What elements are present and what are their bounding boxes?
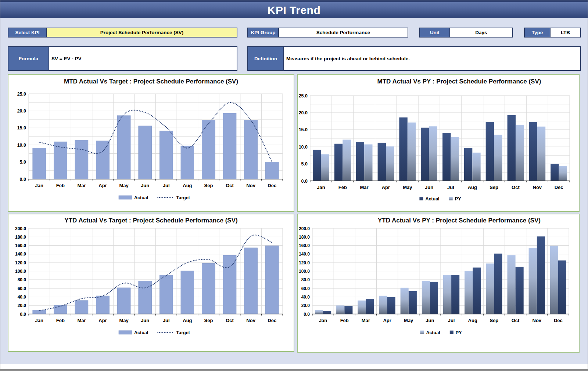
svg-text:Sep: Sep bbox=[204, 318, 213, 323]
kpi-trend-page: KPI Trend Select KPI Project Schedule Pe… bbox=[0, 0, 588, 371]
svg-text:Aug: Aug bbox=[183, 318, 192, 323]
chart-title-ytd-py: YTD Actual Vs PY : Project Schedule Perf… bbox=[319, 214, 588, 227]
legend: ActualPY bbox=[419, 196, 461, 201]
svg-text:80.0: 80.0 bbox=[18, 277, 26, 282]
svg-text:Aug: Aug bbox=[468, 185, 477, 190]
svg-text:40.0: 40.0 bbox=[18, 295, 26, 300]
svg-text:Mar: Mar bbox=[362, 318, 370, 323]
svg-text:May: May bbox=[403, 185, 412, 190]
chart-canvas-mtd-py: 0.05.010.015.020.025.0JanFebMarAprMayJun… bbox=[298, 89, 579, 211]
svg-text:Jun: Jun bbox=[426, 318, 434, 323]
svg-text:200.0: 200.0 bbox=[15, 227, 26, 231]
svg-text:0.0: 0.0 bbox=[301, 179, 308, 184]
svg-text:20.0: 20.0 bbox=[18, 303, 26, 308]
svg-text:Mar: Mar bbox=[360, 185, 369, 190]
unit-control: Unit Days bbox=[419, 28, 513, 38]
svg-text:10.0: 10.0 bbox=[299, 145, 308, 150]
svg-text:Mar: Mar bbox=[77, 318, 86, 323]
chart-title-mtd-target: MTD Actual Vs Target : Project Schedule … bbox=[8, 75, 294, 89]
footer-strip bbox=[0, 364, 588, 369]
svg-text:Apr: Apr bbox=[98, 183, 107, 188]
svg-text:0.0: 0.0 bbox=[20, 177, 26, 182]
svg-text:25.0: 25.0 bbox=[299, 93, 308, 99]
svg-text:Apr: Apr bbox=[383, 318, 391, 323]
definition-value: Measures if the project is ahead or behi… bbox=[284, 47, 580, 70]
svg-text:Mar: Mar bbox=[77, 183, 86, 188]
svg-text:Jun: Jun bbox=[141, 318, 149, 323]
svg-text:Jul: Jul bbox=[163, 183, 170, 188]
formula-label: Formula bbox=[8, 47, 49, 70]
svg-text:180.0: 180.0 bbox=[15, 235, 26, 240]
svg-text:20.0: 20.0 bbox=[301, 303, 310, 308]
select-kpi-control: Select KPI Project Schedule Performance … bbox=[8, 28, 237, 38]
chart-panel-mtd-py: MTD Actual Vs PY : Project Schedule Perf… bbox=[297, 74, 580, 212]
svg-text:120.0: 120.0 bbox=[299, 260, 310, 265]
svg-text:Aug: Aug bbox=[468, 318, 477, 323]
formula-value: SV = EV - PV bbox=[49, 47, 237, 70]
chart-title-mtd-py: MTD Actual Vs PY : Project Schedule Perf… bbox=[319, 75, 588, 89]
svg-text:Target: Target bbox=[176, 195, 190, 200]
svg-text:Sep: Sep bbox=[204, 183, 213, 188]
svg-text:Apr: Apr bbox=[382, 185, 390, 190]
chart-panel-mtd-target: MTD Actual Vs Target : Project Schedule … bbox=[8, 74, 294, 212]
svg-text:Nov: Nov bbox=[533, 318, 542, 323]
svg-text:Oct: Oct bbox=[512, 185, 520, 190]
svg-text:Jan: Jan bbox=[35, 183, 43, 188]
svg-text:20.0: 20.0 bbox=[299, 110, 308, 115]
svg-text:100.0: 100.0 bbox=[15, 269, 26, 274]
formula-control: Formula SV = EV - PV bbox=[8, 46, 237, 71]
svg-text:25.0: 25.0 bbox=[17, 92, 26, 97]
svg-text:Jul: Jul bbox=[163, 318, 170, 323]
svg-text:10.0: 10.0 bbox=[17, 143, 26, 148]
svg-text:Actual: Actual bbox=[426, 330, 440, 335]
svg-text:Actual: Actual bbox=[425, 196, 439, 201]
chart-panel-ytd-py: YTD Actual Vs PY : Project Schedule Perf… bbox=[297, 214, 580, 353]
svg-text:5.0: 5.0 bbox=[301, 161, 308, 167]
svg-text:Dec: Dec bbox=[554, 318, 563, 323]
x-axis-labels: JanFebMarAprMayJunJulAugSepOctNovDec bbox=[312, 314, 569, 323]
svg-text:PY: PY bbox=[456, 330, 462, 335]
unit-value: Days bbox=[450, 28, 512, 37]
svg-text:Actual: Actual bbox=[134, 195, 148, 200]
title-bar: KPI Trend bbox=[0, 0, 588, 18]
kpi-group-control: KPI Group Schedule Performance bbox=[247, 28, 408, 38]
svg-text:Feb: Feb bbox=[56, 183, 65, 188]
svg-text:140.0: 140.0 bbox=[299, 252, 310, 257]
legend: ActualTarget bbox=[119, 195, 190, 200]
svg-text:Sep: Sep bbox=[490, 318, 498, 323]
y-axis-labels: 0.020.040.060.080.0100.0120.0140.0160.01… bbox=[15, 227, 26, 317]
kpi-group-value: Schedule Performance bbox=[279, 28, 408, 37]
svg-text:60.0: 60.0 bbox=[18, 286, 26, 291]
svg-text:Jun: Jun bbox=[141, 183, 149, 188]
svg-text:Jul: Jul bbox=[448, 318, 455, 323]
svg-text:Nov: Nov bbox=[533, 185, 542, 190]
svg-text:Feb: Feb bbox=[340, 318, 349, 323]
svg-text:Aug: Aug bbox=[183, 183, 192, 188]
svg-text:Actual: Actual bbox=[134, 330, 148, 335]
svg-text:Oct: Oct bbox=[512, 318, 520, 323]
svg-text:140.0: 140.0 bbox=[15, 252, 26, 257]
unit-label: Unit bbox=[420, 28, 450, 37]
svg-text:Jan: Jan bbox=[319, 318, 327, 323]
svg-text:0.0: 0.0 bbox=[304, 312, 310, 317]
svg-text:Sep: Sep bbox=[490, 185, 498, 190]
svg-text:120.0: 120.0 bbox=[15, 260, 26, 265]
svg-text:May: May bbox=[119, 318, 129, 323]
svg-text:80.0: 80.0 bbox=[301, 277, 310, 282]
chart-canvas-mtd-target: 0.05.010.015.020.025.0JanFebMarAprMayJun… bbox=[8, 89, 294, 211]
svg-text:Dec: Dec bbox=[268, 318, 276, 323]
svg-text:200.0: 200.0 bbox=[299, 227, 310, 231]
x-axis-labels: JanFebMarAprMayJunJulAugSepOctNovDec bbox=[29, 179, 283, 188]
svg-text:Nov: Nov bbox=[246, 318, 255, 323]
chart-canvas-ytd-py: 0.020.040.060.080.0100.0120.0140.0160.01… bbox=[298, 227, 579, 350]
y-axis-labels: 0.05.010.015.020.025.0 bbox=[17, 92, 26, 182]
type-control: Type LTB bbox=[524, 28, 581, 38]
type-label: Type bbox=[525, 28, 551, 37]
svg-text:Dec: Dec bbox=[555, 185, 563, 190]
y-axis-labels: 0.05.010.015.020.025.0 bbox=[299, 93, 308, 184]
kpi-group-label: KPI Group bbox=[248, 28, 279, 37]
svg-text:Oct: Oct bbox=[226, 183, 234, 188]
select-kpi-label: Select KPI bbox=[8, 28, 47, 37]
svg-text:Jul: Jul bbox=[447, 185, 454, 190]
select-kpi-value[interactable]: Project Schedule Performance (SV) bbox=[47, 28, 237, 37]
